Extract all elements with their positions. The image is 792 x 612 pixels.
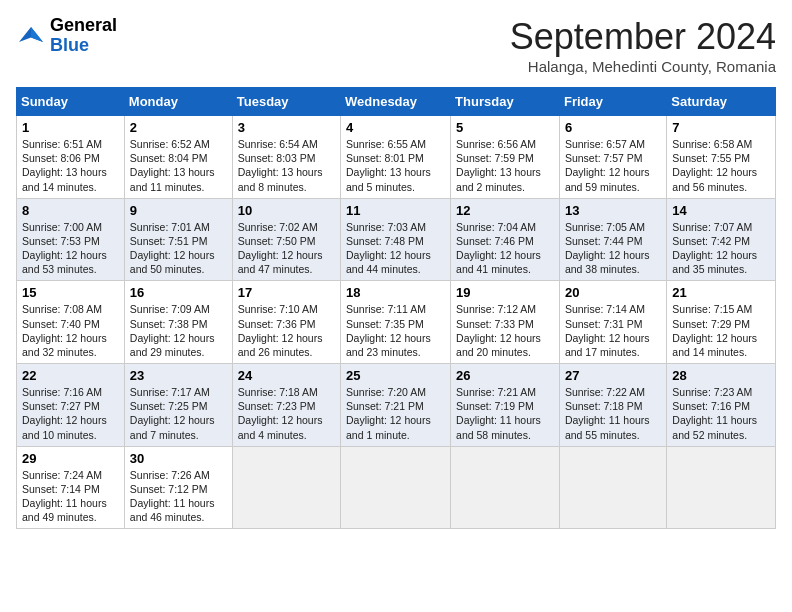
day-info: Sunrise: 7:20 AMSunset: 7:21 PMDaylight:…: [346, 386, 431, 441]
day-number: 21: [672, 285, 770, 300]
calendar-cell: 16Sunrise: 7:09 AMSunset: 7:38 PMDayligh…: [124, 281, 232, 364]
location: Halanga, Mehedinti County, Romania: [510, 58, 776, 75]
calendar-week-row: 15Sunrise: 7:08 AMSunset: 7:40 PMDayligh…: [17, 281, 776, 364]
day-number: 23: [130, 368, 227, 383]
calendar-week-row: 22Sunrise: 7:16 AMSunset: 7:27 PMDayligh…: [17, 364, 776, 447]
calendar-cell: 19Sunrise: 7:12 AMSunset: 7:33 PMDayligh…: [451, 281, 560, 364]
day-number: 14: [672, 203, 770, 218]
calendar-cell: 3Sunrise: 6:54 AMSunset: 8:03 PMDaylight…: [232, 116, 340, 199]
day-info: Sunrise: 7:08 AMSunset: 7:40 PMDaylight:…: [22, 303, 107, 358]
day-info: Sunrise: 6:52 AMSunset: 8:04 PMDaylight:…: [130, 138, 215, 193]
weekday-header-sunday: Sunday: [17, 88, 125, 116]
calendar-week-row: 29Sunrise: 7:24 AMSunset: 7:14 PMDayligh…: [17, 446, 776, 529]
day-number: 25: [346, 368, 445, 383]
logo-text: General Blue: [50, 16, 117, 56]
calendar-cell: [341, 446, 451, 529]
day-number: 30: [130, 451, 227, 466]
day-number: 15: [22, 285, 119, 300]
day-info: Sunrise: 7:02 AMSunset: 7:50 PMDaylight:…: [238, 221, 323, 276]
day-number: 4: [346, 120, 445, 135]
calendar-cell: 5Sunrise: 6:56 AMSunset: 7:59 PMDaylight…: [451, 116, 560, 199]
calendar-cell: 4Sunrise: 6:55 AMSunset: 8:01 PMDaylight…: [341, 116, 451, 199]
calendar-cell: [451, 446, 560, 529]
day-number: 9: [130, 203, 227, 218]
day-number: 1: [22, 120, 119, 135]
day-number: 28: [672, 368, 770, 383]
svg-marker-1: [31, 27, 43, 42]
day-number: 18: [346, 285, 445, 300]
day-number: 19: [456, 285, 554, 300]
calendar-cell: 9Sunrise: 7:01 AMSunset: 7:51 PMDaylight…: [124, 198, 232, 281]
day-number: 26: [456, 368, 554, 383]
day-info: Sunrise: 7:21 AMSunset: 7:19 PMDaylight:…: [456, 386, 541, 441]
day-info: Sunrise: 7:23 AMSunset: 7:16 PMDaylight:…: [672, 386, 757, 441]
day-info: Sunrise: 6:56 AMSunset: 7:59 PMDaylight:…: [456, 138, 541, 193]
calendar-cell: 18Sunrise: 7:11 AMSunset: 7:35 PMDayligh…: [341, 281, 451, 364]
calendar-cell: 24Sunrise: 7:18 AMSunset: 7:23 PMDayligh…: [232, 364, 340, 447]
day-info: Sunrise: 7:24 AMSunset: 7:14 PMDaylight:…: [22, 469, 107, 524]
calendar-cell: 29Sunrise: 7:24 AMSunset: 7:14 PMDayligh…: [17, 446, 125, 529]
weekday-header-wednesday: Wednesday: [341, 88, 451, 116]
day-info: Sunrise: 7:16 AMSunset: 7:27 PMDaylight:…: [22, 386, 107, 441]
day-info: Sunrise: 7:05 AMSunset: 7:44 PMDaylight:…: [565, 221, 650, 276]
calendar-cell: 27Sunrise: 7:22 AMSunset: 7:18 PMDayligh…: [559, 364, 666, 447]
calendar-cell: 22Sunrise: 7:16 AMSunset: 7:27 PMDayligh…: [17, 364, 125, 447]
day-number: 6: [565, 120, 661, 135]
day-info: Sunrise: 7:04 AMSunset: 7:46 PMDaylight:…: [456, 221, 541, 276]
calendar-cell: 17Sunrise: 7:10 AMSunset: 7:36 PMDayligh…: [232, 281, 340, 364]
calendar-cell: 1Sunrise: 6:51 AMSunset: 8:06 PMDaylight…: [17, 116, 125, 199]
calendar-cell: 20Sunrise: 7:14 AMSunset: 7:31 PMDayligh…: [559, 281, 666, 364]
day-info: Sunrise: 7:18 AMSunset: 7:23 PMDaylight:…: [238, 386, 323, 441]
month-title: September 2024: [510, 16, 776, 58]
page-header: General Blue September 2024 Halanga, Meh…: [16, 16, 776, 75]
calendar-cell: 14Sunrise: 7:07 AMSunset: 7:42 PMDayligh…: [667, 198, 776, 281]
day-info: Sunrise: 6:57 AMSunset: 7:57 PMDaylight:…: [565, 138, 650, 193]
day-info: Sunrise: 7:09 AMSunset: 7:38 PMDaylight:…: [130, 303, 215, 358]
calendar-cell: [667, 446, 776, 529]
calendar-cell: 7Sunrise: 6:58 AMSunset: 7:55 PMDaylight…: [667, 116, 776, 199]
day-number: 10: [238, 203, 335, 218]
calendar-cell: 2Sunrise: 6:52 AMSunset: 8:04 PMDaylight…: [124, 116, 232, 199]
day-number: 7: [672, 120, 770, 135]
day-number: 3: [238, 120, 335, 135]
calendar-cell: 23Sunrise: 7:17 AMSunset: 7:25 PMDayligh…: [124, 364, 232, 447]
weekday-header-thursday: Thursday: [451, 88, 560, 116]
calendar-cell: 25Sunrise: 7:20 AMSunset: 7:21 PMDayligh…: [341, 364, 451, 447]
day-number: 5: [456, 120, 554, 135]
calendar-week-row: 1Sunrise: 6:51 AMSunset: 8:06 PMDaylight…: [17, 116, 776, 199]
day-info: Sunrise: 7:03 AMSunset: 7:48 PMDaylight:…: [346, 221, 431, 276]
day-number: 22: [22, 368, 119, 383]
day-number: 11: [346, 203, 445, 218]
day-number: 12: [456, 203, 554, 218]
weekday-header-friday: Friday: [559, 88, 666, 116]
day-info: Sunrise: 7:10 AMSunset: 7:36 PMDaylight:…: [238, 303, 323, 358]
day-info: Sunrise: 7:12 AMSunset: 7:33 PMDaylight:…: [456, 303, 541, 358]
day-info: Sunrise: 6:51 AMSunset: 8:06 PMDaylight:…: [22, 138, 107, 193]
day-number: 13: [565, 203, 661, 218]
calendar-cell: [559, 446, 666, 529]
day-info: Sunrise: 7:01 AMSunset: 7:51 PMDaylight:…: [130, 221, 215, 276]
day-number: 2: [130, 120, 227, 135]
calendar-cell: 12Sunrise: 7:04 AMSunset: 7:46 PMDayligh…: [451, 198, 560, 281]
day-info: Sunrise: 7:22 AMSunset: 7:18 PMDaylight:…: [565, 386, 650, 441]
day-number: 24: [238, 368, 335, 383]
logo: General Blue: [16, 16, 117, 56]
calendar-cell: 15Sunrise: 7:08 AMSunset: 7:40 PMDayligh…: [17, 281, 125, 364]
weekday-header-monday: Monday: [124, 88, 232, 116]
weekday-header-tuesday: Tuesday: [232, 88, 340, 116]
day-info: Sunrise: 7:26 AMSunset: 7:12 PMDaylight:…: [130, 469, 215, 524]
day-number: 29: [22, 451, 119, 466]
day-info: Sunrise: 7:15 AMSunset: 7:29 PMDaylight:…: [672, 303, 757, 358]
calendar-cell: 6Sunrise: 6:57 AMSunset: 7:57 PMDaylight…: [559, 116, 666, 199]
calendar-table: SundayMondayTuesdayWednesdayThursdayFrid…: [16, 87, 776, 529]
title-block: September 2024 Halanga, Mehedinti County…: [510, 16, 776, 75]
calendar-cell: 26Sunrise: 7:21 AMSunset: 7:19 PMDayligh…: [451, 364, 560, 447]
logo-icon: [16, 21, 46, 51]
day-info: Sunrise: 7:14 AMSunset: 7:31 PMDaylight:…: [565, 303, 650, 358]
day-info: Sunrise: 7:17 AMSunset: 7:25 PMDaylight:…: [130, 386, 215, 441]
calendar-cell: 13Sunrise: 7:05 AMSunset: 7:44 PMDayligh…: [559, 198, 666, 281]
day-number: 8: [22, 203, 119, 218]
day-number: 16: [130, 285, 227, 300]
day-number: 27: [565, 368, 661, 383]
calendar-week-row: 8Sunrise: 7:00 AMSunset: 7:53 PMDaylight…: [17, 198, 776, 281]
